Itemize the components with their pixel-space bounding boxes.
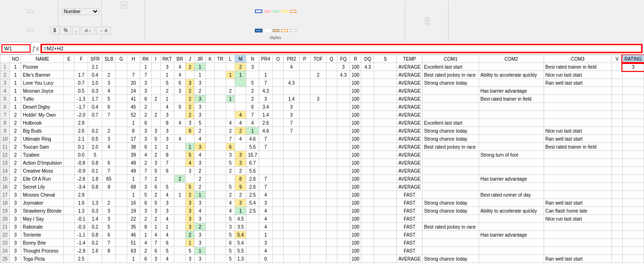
cell-s[interactable] bbox=[374, 247, 397, 255]
cell-no[interactable]: 3 bbox=[10, 247, 21, 255]
col-rkt[interactable]: RKT bbox=[160, 55, 174, 63]
cell-m[interactable]: 2 bbox=[235, 63, 246, 71]
cell-o[interactable] bbox=[273, 255, 284, 263]
cell-q[interactable] bbox=[326, 255, 337, 263]
cell-l[interactable]: 5 bbox=[226, 231, 235, 239]
cell-f[interactable]: 0.5 bbox=[74, 87, 88, 95]
cell-com1[interactable]: Strong chance today bbox=[423, 135, 479, 143]
cell-j[interactable]: 3 bbox=[186, 255, 195, 263]
cell-rk[interactable]: 5 bbox=[140, 191, 151, 199]
cell-com3[interactable] bbox=[544, 119, 611, 127]
cell-p[interactable] bbox=[299, 175, 310, 183]
cell-dq[interactable] bbox=[361, 135, 374, 143]
cell-temp[interactable]: FAST bbox=[397, 215, 423, 223]
cell-slb[interactable]: 6 bbox=[102, 231, 115, 239]
cell-rk[interactable]: 6 bbox=[140, 199, 151, 207]
cell-br[interactable] bbox=[174, 255, 186, 263]
cell-f[interactable]: -0.3 bbox=[74, 223, 88, 231]
cell-l[interactable]: 2 bbox=[226, 87, 235, 95]
cell-r[interactable]: 100 bbox=[350, 255, 361, 263]
cell-sfr[interactable] bbox=[88, 191, 102, 199]
cell-v2[interactable] bbox=[611, 151, 622, 159]
cell-tr[interactable] bbox=[215, 111, 226, 119]
cell-w[interactable] bbox=[622, 135, 644, 143]
cell-name[interactable]: Bonny Brie bbox=[21, 239, 64, 247]
cell-o[interactable] bbox=[273, 119, 284, 127]
cell-p[interactable] bbox=[299, 215, 310, 223]
cell-slb[interactable]: 7 bbox=[102, 111, 115, 119]
cell-e[interactable] bbox=[64, 175, 74, 183]
cell-m[interactable]: 5.5 bbox=[235, 247, 246, 255]
cell-sfr[interactable]: 1.4 bbox=[88, 215, 102, 223]
cell-sfr[interactable]: 5 bbox=[88, 151, 102, 159]
cell-temp[interactable]: AVERAGE bbox=[397, 71, 423, 79]
cell-w[interactable] bbox=[622, 119, 644, 127]
cell-q[interactable] bbox=[326, 111, 337, 119]
cell-f[interactable]: -3.4 bbox=[74, 183, 88, 191]
col-s[interactable]: S bbox=[374, 55, 397, 63]
cell-i[interactable]: 2 bbox=[151, 95, 160, 103]
col-dq[interactable]: DQ bbox=[361, 55, 374, 63]
cell-dq[interactable] bbox=[361, 103, 374, 111]
cell-name[interactable]: Action D'Impulsion bbox=[21, 159, 64, 167]
cell-tr[interactable] bbox=[215, 135, 226, 143]
cell-rk[interactable]: 6 bbox=[140, 255, 151, 263]
cell-w[interactable] bbox=[622, 87, 644, 95]
cell-slb[interactable]: 4 bbox=[102, 143, 115, 151]
cell-p[interactable] bbox=[299, 151, 310, 159]
cell-i[interactable] bbox=[151, 71, 160, 79]
cell-sfr[interactable]: 0.1 bbox=[88, 167, 102, 175]
cell-sfr[interactable]: 0.8 bbox=[88, 183, 102, 191]
cell-m[interactable]: 4 bbox=[235, 135, 246, 143]
cell-i[interactable]: 2 bbox=[151, 175, 160, 183]
cell-rownum[interactable]: 23 bbox=[0, 239, 10, 247]
cell-slb[interactable]: 8 bbox=[102, 247, 115, 255]
cell-o[interactable] bbox=[273, 151, 284, 159]
cell-rk[interactable]: 2 bbox=[140, 103, 151, 111]
cell-s[interactable] bbox=[374, 159, 397, 167]
cell-fq[interactable] bbox=[337, 191, 350, 199]
cell-jr[interactable]: 3 bbox=[195, 103, 206, 111]
cell-com1[interactable]: Strong chance today bbox=[423, 199, 479, 207]
cell-com3[interactable]: Best rated trainer in field bbox=[544, 63, 611, 71]
cell-pr4[interactable]: 1 bbox=[259, 71, 272, 79]
cell-rk[interactable]: 2 bbox=[140, 159, 151, 167]
cell-pr4[interactable]: 3 bbox=[259, 95, 272, 103]
cell-jr[interactable]: 4 bbox=[195, 135, 206, 143]
cell-sfr[interactable]: 0.2 bbox=[88, 223, 102, 231]
cell-r[interactable]: 100 bbox=[350, 223, 361, 231]
cell-w[interactable] bbox=[622, 151, 644, 159]
cell-v2[interactable] bbox=[611, 231, 622, 239]
cell-tof[interactable] bbox=[310, 151, 326, 159]
cell-sfr[interactable]: 1.6 bbox=[88, 247, 102, 255]
cell-w[interactable] bbox=[622, 127, 644, 135]
cell-v2[interactable] bbox=[611, 87, 622, 95]
delete-button[interactable] bbox=[425, 20, 430, 22]
cell-pr4[interactable]: 7 bbox=[259, 175, 272, 183]
cell-rk[interactable]: 2 bbox=[140, 111, 151, 119]
cell-fq[interactable] bbox=[337, 103, 350, 111]
cell-com2[interactable]: Strong turn of foot bbox=[479, 151, 544, 159]
cell-slb[interactable]: 2 bbox=[102, 127, 115, 135]
cell-pr2[interactable] bbox=[284, 151, 300, 159]
cell-r[interactable]: 100 bbox=[350, 191, 361, 199]
cell-fq[interactable] bbox=[337, 247, 350, 255]
cell-sfr[interactable]: 0.3 bbox=[88, 207, 102, 215]
cell-q[interactable] bbox=[326, 151, 337, 159]
cell-com3[interactable]: Ran well last start bbox=[544, 79, 611, 87]
cell-g[interactable] bbox=[116, 87, 127, 95]
cell-l[interactable]: 4 bbox=[226, 199, 235, 207]
cell-v2[interactable] bbox=[611, 207, 622, 215]
cell-e[interactable] bbox=[64, 63, 74, 71]
cell-br[interactable]: 5 bbox=[174, 103, 186, 111]
cell-k[interactable] bbox=[206, 183, 215, 191]
cell-sfr[interactable]: 0.8 bbox=[88, 231, 102, 239]
cell-k[interactable] bbox=[206, 63, 215, 71]
cell-com3[interactable] bbox=[544, 175, 611, 183]
cell-com1[interactable] bbox=[423, 111, 479, 119]
cell-s[interactable] bbox=[374, 231, 397, 239]
cell-rownum[interactable]: 5 bbox=[0, 95, 10, 103]
cell-com1[interactable] bbox=[423, 167, 479, 175]
col-t[interactable]: TEMP bbox=[397, 55, 423, 63]
cell-name[interactable]: Mosses Cheval bbox=[21, 191, 64, 199]
